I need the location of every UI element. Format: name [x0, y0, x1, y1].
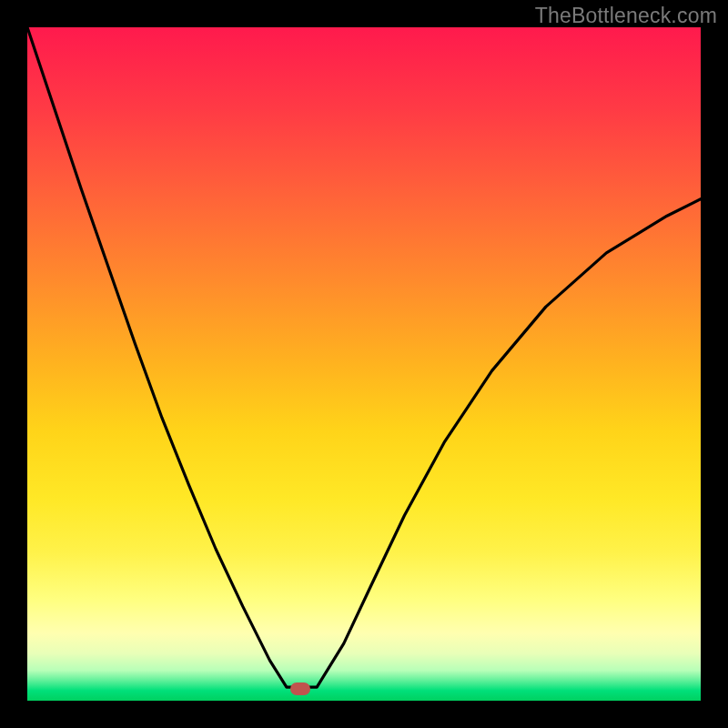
watermark-label: TheBottleneck.com: [535, 4, 717, 28]
bottleneck-curve: [27, 27, 701, 701]
optimal-point-marker: [290, 682, 310, 695]
plot-area: [27, 27, 701, 701]
chart-frame: TheBottleneck.com: [0, 0, 728, 728]
